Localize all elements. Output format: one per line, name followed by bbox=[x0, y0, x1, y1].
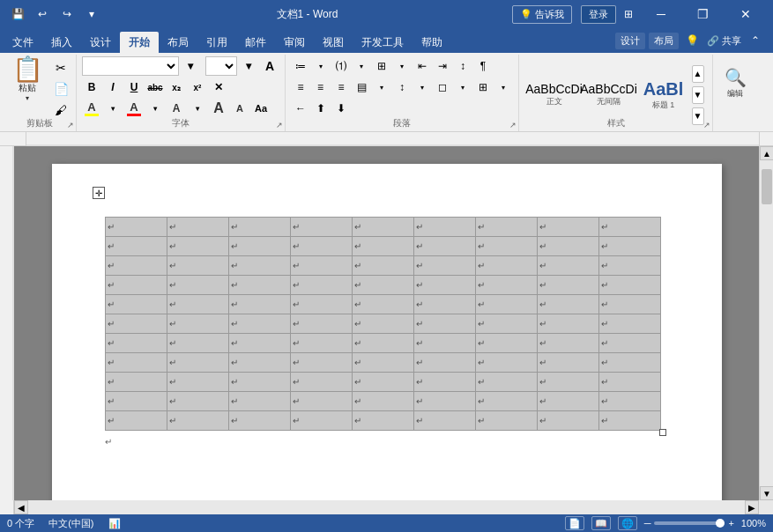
table-cell[interactable]: ↵ bbox=[413, 256, 475, 276]
tab-mailings[interactable]: 邮件 bbox=[236, 32, 275, 53]
table-cell[interactable]: ↵ bbox=[290, 314, 352, 334]
paste-button[interactable]: 📋 粘贴 ▾ bbox=[9, 56, 46, 102]
line-spacing-dropdown[interactable]: ▾ bbox=[413, 78, 432, 97]
tab-design[interactable]: 设计 bbox=[81, 32, 120, 53]
table-cell[interactable]: ↵ bbox=[167, 295, 228, 314]
table-cell[interactable]: ↵ bbox=[105, 392, 167, 411]
table-cell[interactable]: ↵ bbox=[167, 276, 228, 295]
scroll-down-button[interactable]: ▼ bbox=[760, 486, 773, 500]
numbering-dropdown[interactable]: ▾ bbox=[352, 56, 371, 76]
tab-help[interactable]: 帮助 bbox=[413, 32, 451, 53]
clipboard-expand-icon[interactable]: ↗ bbox=[67, 121, 74, 129]
table-cell[interactable]: ↵ bbox=[290, 276, 352, 295]
table-cell[interactable]: ↵ bbox=[598, 276, 660, 295]
table-cell[interactable]: ↵ bbox=[290, 218, 352, 237]
table-cell[interactable]: ↵ bbox=[598, 256, 660, 276]
decrease-indent-button[interactable]: ⇤ bbox=[413, 56, 432, 76]
table-cell[interactable]: ↵ bbox=[475, 295, 537, 314]
table-cell[interactable]: ↵ bbox=[537, 276, 598, 295]
strikethrough-button[interactable]: abc bbox=[145, 78, 165, 97]
table-cell[interactable]: ↵ bbox=[105, 353, 167, 373]
table-cell[interactable]: ↵ bbox=[228, 392, 290, 411]
text-color-dropdown[interactable]: ▾ bbox=[145, 99, 165, 118]
superscript-button[interactable]: x² bbox=[188, 78, 207, 97]
table-cell[interactable]: ↵ bbox=[352, 392, 413, 411]
print-layout-button[interactable]: 📄 bbox=[565, 516, 584, 530]
style-no-spacing[interactable]: AaBbCcDi 无间隔 bbox=[583, 69, 635, 122]
table-cell[interactable]: ↵ bbox=[598, 353, 660, 373]
table-cell[interactable]: ↵ bbox=[228, 237, 290, 256]
table-cell[interactable]: ↵ bbox=[352, 314, 413, 334]
table-cell[interactable]: ↵ bbox=[167, 353, 228, 373]
table-cell[interactable]: ↵ bbox=[475, 392, 537, 411]
table-cell[interactable]: ↵ bbox=[167, 392, 228, 411]
table-cell[interactable]: ↵ bbox=[167, 256, 228, 276]
subscript-button[interactable]: x₂ bbox=[167, 78, 186, 97]
table-cell[interactable]: ↵ bbox=[105, 314, 167, 334]
font-expand-icon[interactable]: ↗ bbox=[276, 121, 283, 129]
table-cell[interactable]: ↵ bbox=[413, 276, 475, 295]
table-cell[interactable]: ↵ bbox=[290, 353, 352, 373]
table-cell[interactable]: ↵ bbox=[475, 256, 537, 276]
table-cell[interactable]: ↵ bbox=[537, 373, 598, 392]
tab-table-layout[interactable]: 布局 bbox=[649, 33, 679, 49]
table-cell[interactable]: ↵ bbox=[167, 218, 228, 237]
table-cell[interactable]: ↵ bbox=[413, 314, 475, 334]
styles-expand[interactable]: ▼ bbox=[692, 107, 704, 125]
help-button[interactable]: 💡 告诉我 bbox=[512, 5, 572, 24]
font-color-button[interactable]: A bbox=[82, 99, 101, 118]
table-cell[interactable]: ↵ bbox=[537, 218, 598, 237]
redo-button[interactable]: ↪ bbox=[56, 4, 78, 25]
table-cell[interactable]: ↵ bbox=[290, 334, 352, 353]
space-after-button[interactable]: ⬇ bbox=[331, 99, 351, 118]
table-cell[interactable]: ↵ bbox=[537, 314, 598, 334]
table-cell[interactable]: ↵ bbox=[290, 295, 352, 314]
table-cell[interactable]: ↵ bbox=[475, 353, 537, 373]
table-cell[interactable]: ↵ bbox=[413, 373, 475, 392]
ribbon-collapse-button[interactable]: ⌃ bbox=[745, 30, 766, 51]
table-cell[interactable]: ↵ bbox=[352, 237, 413, 256]
scroll-up-button[interactable]: ▲ bbox=[760, 146, 773, 160]
table-cell[interactable]: ↵ bbox=[228, 256, 290, 276]
italic-button[interactable]: I bbox=[103, 78, 123, 97]
font-size-expand[interactable]: ▾ bbox=[239, 56, 258, 76]
table-cell[interactable]: ↵ bbox=[413, 411, 475, 431]
read-mode-button[interactable]: 📖 bbox=[591, 516, 611, 530]
table-cell[interactable]: ↵ bbox=[537, 334, 598, 353]
table-cell[interactable]: ↵ bbox=[413, 334, 475, 353]
bullets-dropdown[interactable]: ▾ bbox=[311, 56, 331, 76]
align-center-button[interactable]: ≡ bbox=[311, 78, 331, 97]
tab-insert[interactable]: 插入 bbox=[42, 32, 81, 53]
lightbulb-button[interactable]: 💡 bbox=[682, 30, 703, 51]
table-cell[interactable]: ↵ bbox=[167, 334, 228, 353]
table-cell[interactable]: ↵ bbox=[228, 314, 290, 334]
border-dropdown[interactable]: ▾ bbox=[494, 78, 513, 97]
table-cell[interactable]: ↵ bbox=[290, 256, 352, 276]
table-cell[interactable]: ↵ bbox=[352, 334, 413, 353]
table-cell[interactable]: ↵ bbox=[290, 373, 352, 392]
scroll-right-button[interactable]: ▶ bbox=[745, 500, 759, 514]
zoom-out-button[interactable]: ─ bbox=[644, 518, 651, 528]
sort-button[interactable]: ↕ bbox=[453, 56, 472, 76]
table-cell[interactable]: ↵ bbox=[537, 256, 598, 276]
cut-button[interactable]: ✂ bbox=[51, 58, 71, 78]
scroll-thumb-vertical[interactable] bbox=[762, 169, 772, 204]
tab-home[interactable]: 开始 bbox=[120, 32, 159, 53]
table-cell[interactable]: ↵ bbox=[290, 392, 352, 411]
increase-indent-button[interactable]: ⇥ bbox=[433, 56, 452, 76]
table-cell[interactable]: ↵ bbox=[352, 218, 413, 237]
table-move-handle[interactable]: ✛ bbox=[93, 187, 105, 199]
table-cell[interactable]: ↵ bbox=[105, 276, 167, 295]
table-cell[interactable]: ↵ bbox=[228, 353, 290, 373]
table-cell[interactable]: ↵ bbox=[228, 295, 290, 314]
qat-customize-button[interactable]: ▾ bbox=[81, 4, 102, 25]
table-cell[interactable]: ↵ bbox=[537, 295, 598, 314]
clear-format-button[interactable]: ✕ bbox=[209, 78, 228, 97]
minimize-button[interactable]: ─ bbox=[641, 0, 681, 28]
undo-button[interactable]: ↩ bbox=[32, 4, 53, 25]
copy-button[interactable]: 📄 bbox=[51, 79, 71, 99]
table-cell[interactable]: ↵ bbox=[352, 411, 413, 431]
table-cell[interactable]: ↵ bbox=[475, 276, 537, 295]
table-cell[interactable]: ↵ bbox=[475, 218, 537, 237]
scroll-track-vertical[interactable] bbox=[760, 160, 773, 486]
